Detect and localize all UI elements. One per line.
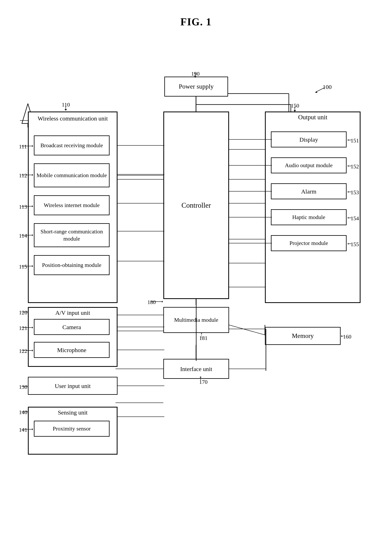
arrow-181 xyxy=(201,333,205,339)
arrow-141 xyxy=(22,428,33,430)
arrow-160 xyxy=(341,335,344,337)
multi-mem-line xyxy=(229,319,266,339)
arrow-114 xyxy=(22,234,33,236)
display-box: Display xyxy=(271,131,347,147)
svg-marker-72 xyxy=(32,428,33,430)
arrow-190 xyxy=(193,73,197,79)
label-153: 153 xyxy=(350,189,359,196)
av-ctrl-lines xyxy=(117,307,164,367)
svg-marker-68 xyxy=(27,385,28,387)
arrow-152 xyxy=(348,165,352,167)
svg-marker-28 xyxy=(194,76,196,78)
user-input-box: User input unit xyxy=(28,377,117,395)
svg-marker-66 xyxy=(32,349,33,351)
svg-marker-56 xyxy=(348,217,348,219)
arrow-115 xyxy=(22,265,33,267)
audio-output-box: Audio output module xyxy=(271,157,347,173)
svg-marker-52 xyxy=(348,165,348,167)
svg-marker-74 xyxy=(201,333,202,334)
svg-marker-76 xyxy=(341,335,342,337)
short-range-box: Short-range communication module xyxy=(34,223,110,247)
camera-box: Camera xyxy=(34,319,110,335)
arrow-151 xyxy=(348,139,352,141)
svg-marker-58 xyxy=(348,243,348,245)
arrow-113 xyxy=(22,205,33,207)
label-160: 160 xyxy=(343,334,351,340)
sensing-unit-label: Sensing unit xyxy=(32,409,113,416)
av-input-label: A/V input unit xyxy=(32,309,113,316)
svg-marker-36 xyxy=(32,145,33,147)
arrow-140 xyxy=(22,411,28,413)
interface-box: Interface unit xyxy=(163,359,229,379)
power-supply-box: Power supply xyxy=(164,77,228,96)
arrow-154 xyxy=(348,217,352,219)
memory-box: Memory xyxy=(265,327,341,345)
svg-marker-78 xyxy=(200,376,202,378)
svg-line-25 xyxy=(317,88,325,91)
arrow-111 xyxy=(22,145,33,147)
arrow-170 xyxy=(199,376,202,380)
alarm-box: Alarm xyxy=(271,183,347,199)
svg-marker-70 xyxy=(27,411,28,413)
svg-marker-30 xyxy=(65,109,67,111)
arrow-121 xyxy=(22,326,33,329)
diagram: 190 100 Power supply 110 150 Wireless co… xyxy=(0,40,392,536)
proximity-sensor-box: Proximity sensor xyxy=(34,421,110,437)
broadcast-module-box: Broadcast receiving module xyxy=(34,135,110,155)
svg-marker-54 xyxy=(348,191,348,193)
svg-marker-44 xyxy=(32,265,33,267)
projector-box: Projector module xyxy=(271,235,347,251)
svg-marker-40 xyxy=(32,205,33,207)
svg-marker-64 xyxy=(32,326,33,329)
iface-mem-line xyxy=(229,367,266,371)
microphone-box: Microphone xyxy=(34,342,110,358)
antenna-connector xyxy=(20,118,30,124)
wireless-internet-box: Wireless internet module xyxy=(34,195,110,215)
position-module-box: Position-obtaining module xyxy=(34,255,110,275)
svg-marker-62 xyxy=(27,311,28,313)
sense-ctrl-line xyxy=(117,407,164,427)
label-152: 152 xyxy=(350,163,359,170)
arrow-110 xyxy=(64,105,68,111)
output-unit-label: Output unit xyxy=(265,114,360,121)
label-151: 151 xyxy=(350,137,359,144)
svg-marker-50 xyxy=(348,139,348,141)
ctrl-out-lines xyxy=(229,111,272,303)
mem-vert-line xyxy=(265,329,267,371)
label-154: 154 xyxy=(350,215,359,222)
haptic-box: Haptic module xyxy=(271,209,347,225)
arrow-112 xyxy=(22,174,33,176)
arrow-155 xyxy=(348,243,352,245)
arrow-122 xyxy=(22,349,33,351)
mobile-module-box: Mobile communication module xyxy=(34,163,110,187)
arrow-120 xyxy=(22,311,28,313)
user-ctrl-line xyxy=(117,377,164,395)
svg-marker-38 xyxy=(32,174,33,176)
power-lines xyxy=(163,96,295,113)
controller-box: Controller xyxy=(163,111,229,299)
wireless-comm-label: Wireless communication unit xyxy=(32,115,113,122)
ctrl-vert-line xyxy=(195,299,197,361)
page-title: FIG. 1 xyxy=(0,0,392,40)
svg-marker-42 xyxy=(32,234,33,236)
arrow-153 xyxy=(348,191,352,193)
wc-ctrl-lines xyxy=(117,111,164,303)
arrow-130 xyxy=(22,385,28,387)
label-155: 155 xyxy=(350,241,359,248)
arrow-100 xyxy=(315,86,327,94)
